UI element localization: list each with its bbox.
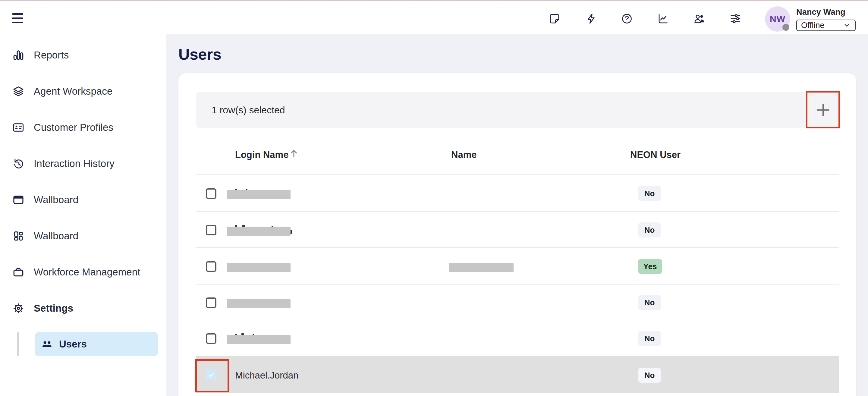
- annotation-box-selected-checkbox: [195, 359, 229, 392]
- layers-icon: [12, 85, 25, 98]
- redacted-login-name: [227, 299, 290, 308]
- row-divider: [196, 284, 839, 284]
- sidebar-item-label: Workforce Management: [34, 266, 141, 278]
- redacted-login-name: [227, 335, 290, 344]
- row-checkbox[interactable]: [206, 298, 216, 308]
- annotation-box-add-button: [806, 91, 840, 128]
- neon-user-badge: No: [638, 368, 661, 383]
- redacted-login-name: [227, 263, 290, 272]
- column-header-neon-user[interactable]: NEON User: [630, 150, 681, 160]
- sidebar-item-label: Users: [59, 338, 87, 350]
- status-select[interactable]: Offline: [796, 20, 856, 31]
- sliders-icon[interactable]: [729, 12, 742, 25]
- sidebar-item-agent-workspace[interactable]: Agent Workspace: [0, 79, 166, 104]
- sidebar-item-interaction-history[interactable]: Interaction History: [0, 151, 166, 176]
- neon-user-badge: No: [638, 186, 661, 201]
- contact-card-icon: [12, 121, 25, 134]
- sidebar-item-label: Reports: [34, 50, 69, 61]
- people-icon[interactable]: [693, 12, 706, 25]
- app-window: NW Nancy Wang Offline Reports: [0, 0, 868, 396]
- row-divider: [196, 320, 839, 321]
- sidebar: Reports Agent Workspace: [0, 34, 166, 396]
- status-select-value: Offline: [801, 21, 843, 30]
- neon-user-badge: No: [638, 222, 661, 238]
- row-checkbox[interactable]: [206, 333, 216, 344]
- sidebar-item-customer-profiles[interactable]: Customer Profiles: [0, 115, 166, 140]
- briefcase-icon: [12, 266, 25, 278]
- row-divider: [196, 211, 839, 212]
- users-group-icon: [40, 337, 54, 351]
- grid-icon: [12, 230, 25, 242]
- help-icon[interactable]: [621, 12, 633, 25]
- row-checkbox[interactable]: [206, 225, 216, 235]
- sidebar-item-settings[interactable]: Settings: [0, 296, 166, 321]
- row-checkbox[interactable]: [206, 188, 216, 199]
- sidebar-item-label: Agent Workspace: [34, 86, 113, 97]
- topbar: NW Nancy Wang Offline: [0, 1, 868, 34]
- sidebar-item-workforce-management[interactable]: Workforce Management: [0, 260, 166, 285]
- history-icon: [12, 157, 25, 170]
- sidebar-item-wallboard-2[interactable]: Wallboard: [0, 223, 166, 249]
- sidebar-item-label: Wallboard: [34, 230, 79, 242]
- sidebar-item-label: Wallboard: [34, 194, 79, 206]
- analytics-icon[interactable]: [657, 12, 670, 25]
- table-toolbar: 1 row(s) selected: [196, 92, 839, 128]
- bar-chart-icon: [12, 49, 25, 61]
- sidebar-item-label: Interaction History: [34, 158, 115, 170]
- redacted-login-name: [227, 226, 290, 236]
- row-checkbox[interactable]: [206, 261, 216, 272]
- neon-user-badge: No: [638, 295, 661, 310]
- status-dot: [782, 24, 789, 31]
- sidebar-sub-rail: [17, 332, 19, 356]
- neon-user-badge: Yes: [638, 259, 662, 274]
- row-divider: [196, 175, 839, 175]
- sidebar-item-reports[interactable]: Reports: [0, 42, 166, 68]
- column-header-name[interactable]: Name: [451, 150, 476, 160]
- menu-hamburger-icon[interactable]: [12, 12, 25, 24]
- sidebar-item-wallboard[interactable]: Wallboard: [0, 187, 166, 212]
- chevron-down-icon: [843, 21, 851, 29]
- window-icon: [12, 193, 25, 206]
- page-title: Users: [179, 45, 221, 63]
- redacted-name: [449, 263, 514, 272]
- gear-icon: [12, 302, 25, 315]
- redacted-login-name: [227, 190, 290, 199]
- lightning-icon[interactable]: [585, 12, 598, 25]
- sort-ascending-icon[interactable]: [289, 148, 299, 160]
- login-name-cell: Michael.Jordan: [235, 370, 299, 381]
- row-divider: [196, 247, 839, 248]
- note-icon[interactable]: [548, 12, 561, 25]
- sidebar-item-users[interactable]: Users: [35, 332, 158, 356]
- sidebar-item-label: Settings: [34, 303, 73, 314]
- user-name: Nancy Wang: [796, 7, 845, 17]
- column-header-login-name[interactable]: Login Name: [235, 150, 288, 160]
- sidebar-item-label: Customer Profiles: [34, 122, 113, 133]
- rows-selected-text: 1 row(s) selected: [212, 92, 285, 128]
- neon-user-badge: No: [638, 331, 661, 346]
